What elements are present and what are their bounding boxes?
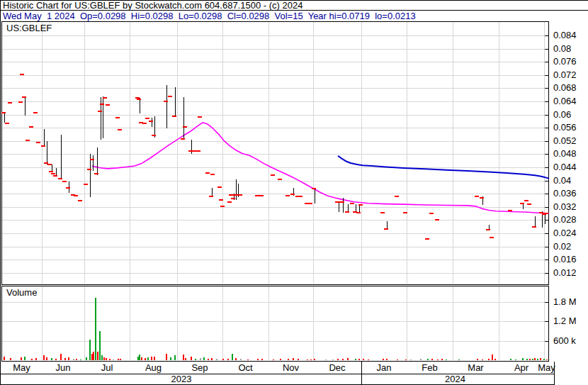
symbol-label: US:GBLEF bbox=[6, 23, 52, 33]
year-label: 2023 bbox=[1, 374, 361, 384]
price-axis-tick-label: 0.044 bbox=[553, 162, 577, 172]
month-label: Oct bbox=[238, 363, 252, 373]
price-axis-tick-label: 0.064 bbox=[553, 96, 577, 106]
month-label: Apr bbox=[514, 363, 528, 373]
price-axis-tick-label: 0.016 bbox=[553, 254, 577, 264]
month-label: Dec bbox=[329, 363, 345, 373]
header-quote-line: Wed May 1 2024 Op=0.0298 Hi=0.0298 Lo=0.… bbox=[3, 11, 416, 21]
price-axis-tick-label: 0.06 bbox=[553, 109, 571, 120]
price-axis-tick-label: 0.076 bbox=[553, 56, 577, 67]
price-axis-tick-label: 0.028 bbox=[553, 214, 577, 225]
month-label: Feb bbox=[422, 363, 437, 373]
volume-axis-tick-label: 600 k bbox=[553, 335, 576, 346]
price-axis-tick-label: 0.036 bbox=[553, 188, 577, 199]
price-axis-tick-label: 0.02 bbox=[553, 241, 571, 252]
month-label: Mar bbox=[468, 363, 483, 373]
volume-pane-label: Volume bbox=[6, 288, 37, 298]
month-label: Aug bbox=[145, 363, 162, 373]
price-axis-tick-label: 0.052 bbox=[553, 135, 577, 146]
chart-canvas bbox=[0, 0, 588, 385]
price-axis-tick-label: 0.04 bbox=[553, 175, 571, 186]
volume-axis-tick-label: 1.8 M bbox=[553, 296, 577, 307]
price-axis-tick-label: 0.072 bbox=[553, 69, 577, 80]
price-axis-tick-label: 0.048 bbox=[553, 148, 577, 159]
month-label: Jun bbox=[56, 363, 71, 373]
price-axis-tick-label: 0.024 bbox=[553, 228, 577, 238]
price-axis-tick-label: 0.068 bbox=[553, 82, 577, 93]
month-label: May bbox=[13, 363, 30, 373]
price-axis-tick-label: 0.056 bbox=[553, 122, 577, 133]
month-label: Sep bbox=[191, 363, 208, 373]
year-label: 2024 bbox=[361, 374, 549, 384]
price-axis-tick-label: 0.012 bbox=[553, 267, 577, 278]
historic-chart-window: Historic Chart for US:GBLEF by Stockwatc… bbox=[0, 0, 588, 385]
month-label: Jan bbox=[377, 363, 392, 373]
month-label: Nov bbox=[283, 363, 299, 373]
price-axis-tick-label: 0.084 bbox=[553, 30, 577, 40]
price-axis-tick-label: 0.08 bbox=[553, 43, 571, 54]
header-title: Historic Chart for US:GBLEF by Stockwatc… bbox=[3, 1, 303, 11]
month-label: May bbox=[538, 363, 555, 373]
price-axis-tick-label: 0.032 bbox=[553, 201, 577, 212]
month-label: Jul bbox=[101, 363, 113, 373]
volume-axis-tick-label: 1.2 M bbox=[553, 316, 577, 326]
